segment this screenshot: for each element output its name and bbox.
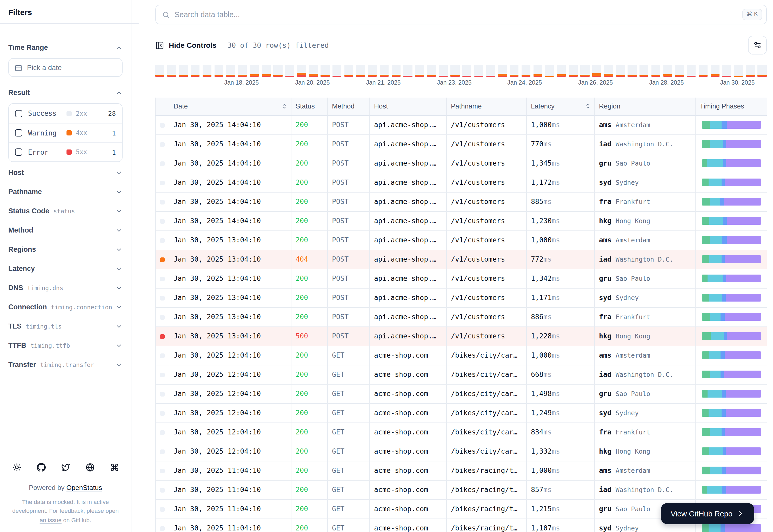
histogram-bar[interactable] xyxy=(368,65,377,77)
histogram-bar[interactable] xyxy=(415,65,424,77)
row-status-indicator[interactable] xyxy=(160,296,165,301)
histogram-bar[interactable] xyxy=(592,65,601,77)
histogram-bar[interactable] xyxy=(356,65,365,77)
table-row[interactable]: Jan 30, 2025 12:04:10 200 GET acme-shop.… xyxy=(155,442,767,461)
view-github-repo-button[interactable]: View GitHub Repo xyxy=(661,503,754,524)
table-row[interactable]: Jan 30, 2025 12:04:10 200 GET acme-shop.… xyxy=(155,365,767,384)
sidebar-filter-section[interactable]: Latency xyxy=(8,259,122,278)
histogram-bar[interactable] xyxy=(262,65,270,77)
histogram-bar[interactable] xyxy=(167,65,176,77)
sidebar-filter-section[interactable]: Pathname xyxy=(8,182,122,201)
histogram-bar[interactable] xyxy=(722,65,731,77)
result-checkbox[interactable] xyxy=(15,110,22,117)
row-status-indicator[interactable] xyxy=(160,507,165,512)
histogram-bar[interactable] xyxy=(274,65,282,77)
table-row[interactable]: Jan 30, 2025 11:04:10 200 GET acme-shop.… xyxy=(155,480,767,499)
histogram-bar[interactable] xyxy=(344,65,353,77)
result-checkbox[interactable] xyxy=(15,129,22,137)
histogram-bar[interactable] xyxy=(451,65,459,77)
result-option-row[interactable]: Success 2xx 28 xyxy=(9,104,122,123)
openstatus-link[interactable]: OpenStatus xyxy=(66,483,102,491)
histogram-bar[interactable] xyxy=(710,65,719,77)
table-row[interactable]: Jan 30, 2025 12:04:10 200 GET acme-shop.… xyxy=(155,403,767,422)
search-input[interactable] xyxy=(174,10,737,19)
table-row[interactable]: Jan 30, 2025 13:04:10 200 POST api.acme-… xyxy=(155,269,767,288)
table-row[interactable]: Jan 30, 2025 13:04:10 200 POST api.acme-… xyxy=(155,307,767,326)
row-status-indicator[interactable] xyxy=(160,200,165,204)
table-row[interactable]: Jan 30, 2025 14:04:10 200 POST api.acme-… xyxy=(155,211,767,230)
row-status-indicator[interactable] xyxy=(160,353,165,358)
result-checkbox[interactable] xyxy=(15,148,22,156)
row-status-indicator[interactable] xyxy=(160,238,165,243)
histogram-bar[interactable] xyxy=(498,65,507,77)
histogram-bar[interactable] xyxy=(557,65,566,77)
histogram-bar[interactable] xyxy=(628,65,637,77)
table-row[interactable]: Jan 30, 2025 13:04:10 404 POST api.acme-… xyxy=(155,250,767,269)
sidebar-filter-section[interactable]: DNS timing.dns xyxy=(8,278,122,297)
histogram-bar[interactable] xyxy=(427,65,436,77)
histogram-bar[interactable] xyxy=(462,65,471,77)
histogram-bar[interactable] xyxy=(510,65,518,77)
row-status-indicator[interactable] xyxy=(160,334,165,339)
header-latency[interactable]: Latency xyxy=(526,98,595,115)
sidebar-filter-section[interactable]: Transfer timing.transfer xyxy=(8,355,122,374)
result-option-row[interactable]: Warning 4xx 1 xyxy=(9,123,122,142)
header-method[interactable]: Method xyxy=(328,98,370,115)
histogram-bar[interactable] xyxy=(439,65,447,77)
header-host[interactable]: Host xyxy=(370,98,446,115)
header-date[interactable]: Date xyxy=(169,98,291,115)
hide-controls-button[interactable]: Hide Controls xyxy=(155,41,217,50)
table-row[interactable]: Jan 30, 2025 13:04:10 200 POST api.acme-… xyxy=(155,230,767,250)
row-status-indicator[interactable] xyxy=(160,219,165,224)
table-row[interactable]: Jan 30, 2025 14:04:10 200 POST api.acme-… xyxy=(155,173,767,192)
histogram-bar[interactable] xyxy=(568,65,577,77)
row-status-indicator[interactable] xyxy=(160,392,165,397)
sidebar-filter-section[interactable]: Connection timing.connection xyxy=(8,297,122,317)
row-status-indicator[interactable] xyxy=(160,526,165,531)
sort-icon[interactable] xyxy=(585,103,591,110)
row-status-indicator[interactable] xyxy=(160,488,165,493)
row-status-indicator[interactable] xyxy=(160,430,165,435)
table-row[interactable]: Jan 30, 2025 11:04:10 200 GET acme-shop.… xyxy=(155,461,767,480)
table-row[interactable]: Jan 30, 2025 14:04:10 200 POST api.acme-… xyxy=(155,134,767,154)
histogram-bar[interactable] xyxy=(734,65,743,77)
histogram-bar[interactable] xyxy=(474,65,483,77)
sort-icon[interactable] xyxy=(281,103,288,110)
row-status-indicator[interactable] xyxy=(160,411,165,416)
header-pathname[interactable]: Pathname xyxy=(446,98,526,115)
histogram-bar[interactable] xyxy=(652,65,660,77)
histogram-bar[interactable] xyxy=(238,65,247,77)
row-status-indicator[interactable] xyxy=(160,123,165,128)
twitter-icon[interactable] xyxy=(61,463,70,472)
result-section[interactable]: Result xyxy=(8,89,122,97)
table-row[interactable]: Jan 30, 2025 14:04:10 200 POST api.acme-… xyxy=(155,154,767,173)
histogram-bar[interactable] xyxy=(687,65,696,77)
histogram-bar[interactable] xyxy=(179,65,188,77)
histogram-bar[interactable] xyxy=(663,65,672,77)
histogram-bar[interactable] xyxy=(321,65,330,77)
histogram-bar[interactable] xyxy=(699,65,708,77)
table-row[interactable]: Jan 30, 2025 13:04:10 200 POST api.acme-… xyxy=(155,288,767,307)
sidebar-filter-section[interactable]: Status Code status xyxy=(8,201,122,221)
time-range-section[interactable]: Time Range xyxy=(8,44,122,51)
view-settings-button[interactable] xyxy=(748,36,767,54)
result-option-row[interactable]: Error 5xx 1 xyxy=(9,142,122,161)
histogram-bar[interactable] xyxy=(581,65,590,77)
globe-icon[interactable] xyxy=(85,463,94,472)
histogram-bar[interactable] xyxy=(297,65,306,77)
histogram-bar[interactable] xyxy=(403,65,412,77)
histogram-bar[interactable] xyxy=(285,65,294,77)
histogram-bar[interactable] xyxy=(155,65,164,77)
table-row[interactable]: Jan 30, 2025 12:04:10 200 GET acme-shop.… xyxy=(155,346,767,365)
histogram-bar[interactable] xyxy=(203,65,212,77)
histogram-bar[interactable] xyxy=(675,65,684,77)
histogram-bar[interactable] xyxy=(545,65,554,77)
table-row[interactable]: Jan 30, 2025 13:04:10 500 POST api.acme-… xyxy=(155,326,767,346)
row-status-indicator[interactable] xyxy=(160,373,165,377)
histogram-bar[interactable] xyxy=(640,65,648,77)
histogram-bar[interactable] xyxy=(380,65,389,77)
row-status-indicator[interactable] xyxy=(160,181,165,185)
histogram-bar[interactable] xyxy=(214,65,223,77)
row-status-indicator[interactable] xyxy=(160,142,165,147)
date-picker-button[interactable]: Pick a date xyxy=(8,58,122,77)
